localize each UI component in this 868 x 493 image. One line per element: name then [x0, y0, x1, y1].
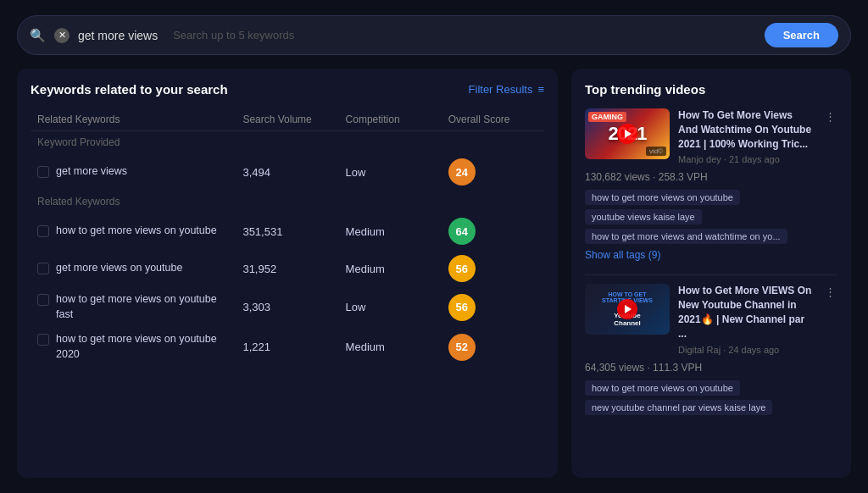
panel-title: Keywords related to your search — [31, 82, 228, 97]
keyword-cell: how to get more views on youtube fast — [31, 287, 236, 327]
volume-cell: 1,221 — [236, 327, 338, 367]
tag-1-2[interactable]: youtube views kaise laye — [585, 209, 702, 224]
video-thumbnail-2[interactable]: HOW TO GETSTARTING VIEWS ON YoutubeChann… — [585, 284, 670, 335]
volume-cell: 31,952 — [236, 250, 338, 287]
trending-videos-panel: Top trending videos GAMING 2021 vid© How… — [571, 69, 851, 478]
table-row: get more views on youtube 31,952 Medium … — [31, 250, 544, 287]
filter-results-button[interactable]: Filter Results ≡ — [469, 83, 544, 96]
video-more-button-1[interactable]: ⋮ — [823, 108, 837, 125]
score-badge: 24 — [448, 158, 476, 186]
score-badge: 64 — [448, 218, 476, 245]
score-badge: 52 — [448, 334, 476, 361]
keyword-name: how to get more views on youtube — [56, 224, 217, 239]
vid-badge-1: vid© — [646, 147, 666, 156]
search-button[interactable]: Search — [765, 23, 838, 47]
keyword-cell: how to get more views on youtube — [31, 213, 236, 250]
tag-1-3[interactable]: how to get more views and watchtime on y… — [585, 229, 787, 244]
video-card-top-2: HOW TO GETSTARTING VIEWS ON YoutubeChann… — [585, 284, 837, 354]
video-info-2: How to Get More VIEWS On New Youtube Cha… — [678, 284, 815, 354]
section-label: Related Keywords — [31, 191, 544, 213]
keyword-cell: get more views — [31, 153, 236, 191]
volume-cell: 351,531 — [236, 213, 338, 250]
tags-container-2: how to get more views on youtube new you… — [585, 380, 837, 415]
app-container: 🔍 ✕ get more views Search up to 5 keywor… — [0, 0, 868, 493]
keyword-checkbox[interactable] — [37, 263, 49, 274]
section-label: Keyword Provided — [31, 131, 544, 154]
score-cell: 52 — [442, 327, 544, 367]
tag-2-2[interactable]: new youtube channel par views kaise laye — [585, 400, 772, 415]
video-more-button-2[interactable]: ⋮ — [823, 284, 837, 300]
keyword-checkbox[interactable] — [37, 334, 49, 346]
video-thumbnail-1[interactable]: GAMING 2021 vid© — [585, 108, 670, 159]
volume-cell: 3,494 — [236, 153, 338, 191]
video-divider — [585, 274, 837, 275]
video-stats-2: 64,305 views · 111.3 VPH — [585, 362, 837, 374]
search-query: get more views — [78, 29, 158, 42]
gaming-label: GAMING — [588, 112, 626, 122]
competition-cell: Medium — [339, 250, 442, 287]
main-content: Keywords related to your search Filter R… — [17, 69, 851, 478]
competition-cell: Medium — [339, 213, 442, 250]
keyword-checkbox[interactable] — [37, 225, 49, 237]
right-panel-title: Top trending videos — [585, 82, 837, 97]
keyword-name: how to get more views on youtube fast — [56, 292, 229, 322]
video-title-1: How To Get More Views And Watchtime On Y… — [678, 108, 815, 151]
tag-2-1[interactable]: how to get more views on youtube — [585, 380, 740, 396]
clear-search-button[interactable]: ✕ — [54, 28, 70, 43]
competition-cell: Medium — [339, 327, 442, 367]
score-cell: 24 — [442, 153, 544, 191]
keyword-name: how to get more views on youtube 2020 — [56, 332, 229, 362]
table-row: how to get more views on youtube 351,531… — [31, 213, 544, 250]
filter-icon: ≡ — [537, 83, 544, 96]
keyword-checkbox[interactable] — [37, 166, 49, 178]
keyword-cell: how to get more views on youtube 2020 — [31, 327, 236, 367]
search-placeholder: Search up to 5 keywords — [173, 29, 755, 42]
panel-header: Keywords related to your search Filter R… — [31, 82, 544, 97]
keyword-name: get more views — [56, 164, 127, 180]
col-volume: Search Volume — [236, 108, 338, 131]
filter-label: Filter Results — [469, 83, 533, 96]
score-cell: 64 — [442, 213, 544, 250]
competition-cell: Low — [339, 153, 442, 191]
competition-cell: Low — [339, 287, 442, 327]
video-card-1: GAMING 2021 vid© How To Get More Views A… — [585, 108, 837, 261]
search-icon: 🔍 — [30, 28, 46, 43]
video-info-1: How To Get More Views And Watchtime On Y… — [678, 108, 815, 164]
tags-container-1: how to get more views on youtube youtube… — [585, 190, 837, 244]
video-stats-1: 130,682 views · 258.3 VPH — [585, 171, 837, 183]
table-row: get more views 3,494 Low 24 — [31, 153, 544, 191]
table-row: how to get more views on youtube 2020 1,… — [31, 327, 544, 367]
score-cell: 56 — [442, 250, 544, 287]
video-card-top-1: GAMING 2021 vid© How To Get More Views A… — [585, 108, 837, 164]
search-bar: 🔍 ✕ get more views Search up to 5 keywor… — [17, 15, 851, 55]
play-button-1[interactable] — [617, 124, 637, 144]
video-title-2: How to Get More VIEWS On New Youtube Cha… — [678, 284, 815, 341]
keywords-panel: Keywords related to your search Filter R… — [17, 69, 558, 478]
keywords-table: Related Keywords Search Volume Competiti… — [31, 108, 544, 367]
keyword-checkbox[interactable] — [37, 294, 49, 306]
volume-cell: 3,303 — [236, 287, 338, 327]
video-meta-1: Manjo dey · 21 days ago — [678, 154, 815, 164]
table-row: how to get more views on youtube fast 3,… — [31, 287, 544, 327]
col-competition: Competition — [339, 108, 442, 131]
col-score: Overall Score — [442, 108, 544, 131]
show-all-tags-1[interactable]: Show all tags (9) — [585, 249, 837, 261]
video-meta-2: Digital Raj · 24 days ago — [678, 345, 815, 355]
col-keyword: Related Keywords — [31, 108, 236, 131]
tag-1-1[interactable]: how to get more views on youtube — [585, 190, 740, 205]
score-badge: 56 — [448, 294, 476, 321]
video-card-2: HOW TO GETSTARTING VIEWS ON YoutubeChann… — [585, 284, 837, 414]
score-cell: 56 — [442, 287, 544, 327]
score-badge: 56 — [448, 255, 476, 282]
keyword-cell: get more views on youtube — [31, 250, 236, 287]
keyword-name: get more views on youtube — [56, 261, 182, 276]
